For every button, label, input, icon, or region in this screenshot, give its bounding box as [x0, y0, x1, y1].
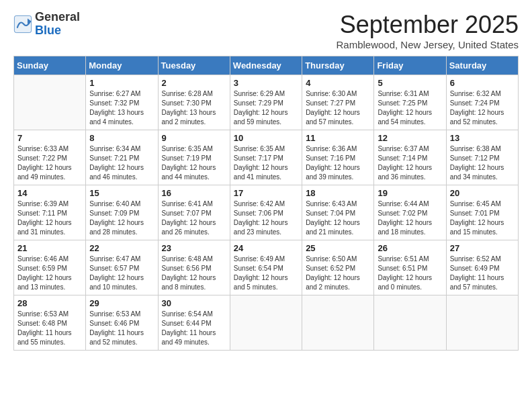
- day-number: 5: [378, 78, 442, 88]
- day-info: Sunrise: 6:35 AM Sunset: 7:17 PM Dayligh…: [234, 144, 298, 182]
- day-number: 13: [450, 133, 515, 143]
- day-number: 20: [450, 188, 515, 198]
- day-info: Sunrise: 6:28 AM Sunset: 7:30 PM Dayligh…: [162, 89, 226, 127]
- weekday-header-tuesday: Tuesday: [158, 56, 230, 75]
- day-number: 10: [234, 133, 298, 143]
- weekday-header-wednesday: Wednesday: [230, 56, 302, 75]
- calendar-week-row: 14Sunrise: 6:39 AM Sunset: 7:11 PM Dayli…: [14, 185, 519, 240]
- day-info: Sunrise: 6:49 AM Sunset: 6:54 PM Dayligh…: [234, 255, 298, 292]
- day-number: 12: [378, 133, 442, 143]
- day-number: 3: [234, 78, 298, 88]
- calendar-cell: 30Sunrise: 6:54 AM Sunset: 6:44 PM Dayli…: [158, 295, 230, 351]
- calendar-cell: [230, 295, 302, 351]
- calendar-cell: 13Sunrise: 6:38 AM Sunset: 7:12 PM Dayli…: [446, 130, 518, 185]
- calendar-cell: 21Sunrise: 6:46 AM Sunset: 6:59 PM Dayli…: [14, 240, 86, 295]
- day-number: 26: [378, 243, 442, 253]
- day-number: 29: [89, 298, 154, 308]
- day-info: Sunrise: 6:42 AM Sunset: 7:06 PM Dayligh…: [234, 199, 298, 237]
- calendar-cell: 11Sunrise: 6:36 AM Sunset: 7:16 PM Dayli…: [302, 130, 374, 185]
- calendar-cell: 19Sunrise: 6:44 AM Sunset: 7:02 PM Dayli…: [374, 185, 446, 240]
- day-number: 6: [450, 78, 515, 88]
- calendar-cell: 7Sunrise: 6:33 AM Sunset: 7:22 PM Daylig…: [14, 130, 86, 185]
- day-info: Sunrise: 6:44 AM Sunset: 7:02 PM Dayligh…: [378, 199, 442, 237]
- day-info: Sunrise: 6:27 AM Sunset: 7:32 PM Dayligh…: [89, 89, 154, 127]
- day-info: Sunrise: 6:40 AM Sunset: 7:09 PM Dayligh…: [89, 199, 154, 237]
- logo-text: General Blue: [35, 11, 80, 38]
- calendar-week-row: 7Sunrise: 6:33 AM Sunset: 7:22 PM Daylig…: [14, 130, 519, 185]
- calendar-cell: 25Sunrise: 6:50 AM Sunset: 6:52 PM Dayli…: [302, 240, 374, 295]
- day-number: 8: [89, 133, 154, 143]
- day-info: Sunrise: 6:37 AM Sunset: 7:14 PM Dayligh…: [378, 144, 442, 182]
- calendar-cell: [302, 295, 374, 351]
- day-info: Sunrise: 6:43 AM Sunset: 7:04 PM Dayligh…: [306, 199, 370, 237]
- calendar-cell: [446, 295, 518, 351]
- weekday-header-monday: Monday: [86, 56, 158, 75]
- calendar-cell: 14Sunrise: 6:39 AM Sunset: 7:11 PM Dayli…: [14, 185, 86, 240]
- day-number: 15: [89, 188, 154, 198]
- logo: General Blue: [13, 11, 80, 38]
- day-number: 28: [17, 298, 82, 308]
- calendar-cell: 8Sunrise: 6:34 AM Sunset: 7:21 PM Daylig…: [86, 130, 158, 185]
- day-number: 4: [306, 78, 370, 88]
- day-number: 30: [162, 298, 226, 308]
- day-number: 2: [162, 78, 226, 88]
- day-number: 21: [17, 243, 82, 253]
- day-number: 23: [162, 243, 226, 253]
- calendar-week-row: 28Sunrise: 6:53 AM Sunset: 6:48 PM Dayli…: [14, 295, 519, 351]
- calendar-cell: 15Sunrise: 6:40 AM Sunset: 7:09 PM Dayli…: [86, 185, 158, 240]
- day-info: Sunrise: 6:30 AM Sunset: 7:27 PM Dayligh…: [306, 89, 370, 127]
- day-info: Sunrise: 6:47 AM Sunset: 6:57 PM Dayligh…: [89, 255, 154, 292]
- day-info: Sunrise: 6:50 AM Sunset: 6:52 PM Dayligh…: [306, 255, 370, 292]
- calendar-cell: 6Sunrise: 6:32 AM Sunset: 7:24 PM Daylig…: [446, 75, 518, 130]
- calendar-cell: 20Sunrise: 6:45 AM Sunset: 7:01 PM Dayli…: [446, 185, 518, 240]
- title-area: September 2025 Ramblewood, New Jersey, U…: [336, 11, 519, 50]
- calendar-cell: 22Sunrise: 6:47 AM Sunset: 6:57 PM Dayli…: [86, 240, 158, 295]
- location-subtitle: Ramblewood, New Jersey, United States: [336, 39, 519, 50]
- calendar-cell: 5Sunrise: 6:31 AM Sunset: 7:25 PM Daylig…: [374, 75, 446, 130]
- day-info: Sunrise: 6:48 AM Sunset: 6:56 PM Dayligh…: [162, 255, 226, 292]
- weekday-header-row: SundayMondayTuesdayWednesdayThursdayFrid…: [14, 56, 519, 75]
- day-info: Sunrise: 6:46 AM Sunset: 6:59 PM Dayligh…: [17, 255, 82, 292]
- logo-icon: [13, 15, 32, 34]
- calendar-cell: 12Sunrise: 6:37 AM Sunset: 7:14 PM Dayli…: [374, 130, 446, 185]
- day-info: Sunrise: 6:29 AM Sunset: 7:29 PM Dayligh…: [234, 89, 298, 127]
- calendar-cell: 29Sunrise: 6:53 AM Sunset: 6:46 PM Dayli…: [86, 295, 158, 351]
- day-number: 9: [162, 133, 226, 143]
- calendar-cell: 3Sunrise: 6:29 AM Sunset: 7:29 PM Daylig…: [230, 75, 302, 130]
- calendar-cell: 28Sunrise: 6:53 AM Sunset: 6:48 PM Dayli…: [14, 295, 86, 351]
- day-number: 17: [234, 188, 298, 198]
- day-number: 11: [306, 133, 370, 143]
- day-info: Sunrise: 6:52 AM Sunset: 6:49 PM Dayligh…: [450, 255, 515, 292]
- weekday-header-sunday: Sunday: [14, 56, 86, 75]
- calendar-cell: 23Sunrise: 6:48 AM Sunset: 6:56 PM Dayli…: [158, 240, 230, 295]
- calendar-cell: 16Sunrise: 6:41 AM Sunset: 7:07 PM Dayli…: [158, 185, 230, 240]
- day-info: Sunrise: 6:38 AM Sunset: 7:12 PM Dayligh…: [450, 144, 515, 182]
- day-number: 27: [450, 243, 515, 253]
- day-info: Sunrise: 6:32 AM Sunset: 7:24 PM Dayligh…: [450, 89, 515, 127]
- day-info: Sunrise: 6:53 AM Sunset: 6:48 PM Dayligh…: [17, 310, 82, 347]
- calendar-cell: 24Sunrise: 6:49 AM Sunset: 6:54 PM Dayli…: [230, 240, 302, 295]
- calendar-table: SundayMondayTuesdayWednesdayThursdayFrid…: [13, 56, 519, 351]
- calendar-cell: 2Sunrise: 6:28 AM Sunset: 7:30 PM Daylig…: [158, 75, 230, 130]
- calendar-week-row: 21Sunrise: 6:46 AM Sunset: 6:59 PM Dayli…: [14, 240, 519, 295]
- calendar-cell: 9Sunrise: 6:35 AM Sunset: 7:19 PM Daylig…: [158, 130, 230, 185]
- calendar-week-row: 1Sunrise: 6:27 AM Sunset: 7:32 PM Daylig…: [14, 75, 519, 130]
- calendar-cell: [14, 75, 86, 130]
- header: General Blue September 2025 Ramblewood, …: [13, 11, 519, 50]
- calendar-cell: 4Sunrise: 6:30 AM Sunset: 7:27 PM Daylig…: [302, 75, 374, 130]
- weekday-header-thursday: Thursday: [302, 56, 374, 75]
- day-number: 22: [89, 243, 154, 253]
- day-number: 16: [162, 188, 226, 198]
- day-info: Sunrise: 6:53 AM Sunset: 6:46 PM Dayligh…: [89, 310, 154, 347]
- day-number: 1: [89, 78, 154, 88]
- day-number: 18: [306, 188, 370, 198]
- day-info: Sunrise: 6:33 AM Sunset: 7:22 PM Dayligh…: [17, 144, 82, 182]
- day-info: Sunrise: 6:35 AM Sunset: 7:19 PM Dayligh…: [162, 144, 226, 182]
- calendar-cell: 27Sunrise: 6:52 AM Sunset: 6:49 PM Dayli…: [446, 240, 518, 295]
- day-number: 19: [378, 188, 442, 198]
- month-title: September 2025: [336, 11, 519, 39]
- day-info: Sunrise: 6:51 AM Sunset: 6:51 PM Dayligh…: [378, 255, 442, 292]
- weekday-header-saturday: Saturday: [446, 56, 518, 75]
- weekday-header-friday: Friday: [374, 56, 446, 75]
- day-info: Sunrise: 6:41 AM Sunset: 7:07 PM Dayligh…: [162, 199, 226, 237]
